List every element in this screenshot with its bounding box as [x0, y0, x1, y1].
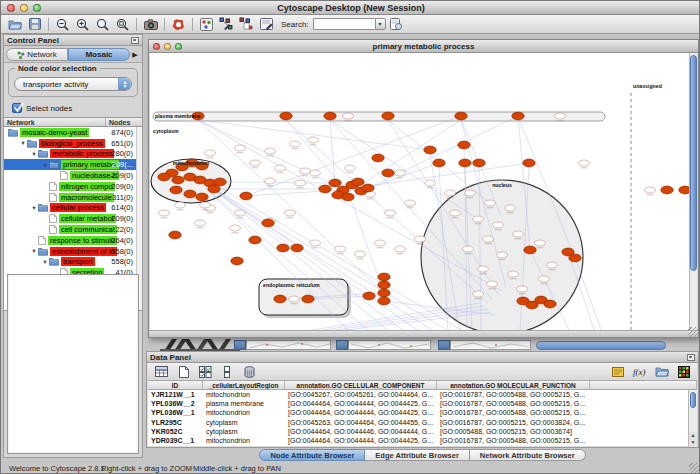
network-node[interactable]: [487, 281, 498, 287]
node-color-dropdown[interactable]: transporter activity ▲▼: [14, 77, 132, 91]
background-window-fragment[interactable]: [246, 340, 331, 350]
network-node[interactable]: [290, 141, 301, 147]
network-node[interactable]: [493, 222, 504, 228]
network-node[interactable]: [473, 159, 485, 167]
network-node[interactable]: [250, 160, 261, 166]
background-window-fragment[interactable]: [348, 340, 431, 350]
network-node[interactable]: [249, 236, 261, 244]
network-node[interactable]: [169, 231, 181, 239]
tree-row[interactable]: nitrogen compo209(0): [4, 181, 142, 192]
expander-open-icon[interactable]: ▼: [30, 205, 38, 211]
attribute-editor-icon[interactable]: [608, 363, 627, 380]
tree-row[interactable]: cellular metabol209(0): [4, 213, 142, 224]
network-node[interactable]: [473, 216, 484, 222]
network-node[interactable]: [424, 146, 436, 154]
network-node[interactable]: [329, 179, 341, 187]
network-node[interactable]: [512, 112, 524, 120]
network-node[interactable]: [352, 178, 364, 186]
network-node[interactable]: [295, 180, 306, 186]
tree-row[interactable]: ▼transport558(0): [4, 257, 142, 268]
table-scroll-arrows-icon[interactable]: ▲▼: [688, 432, 697, 446]
background-window-fragment[interactable]: [438, 340, 450, 350]
network-node[interactable]: [485, 200, 496, 206]
network-node[interactable]: [395, 246, 406, 252]
network-node[interactable]: [378, 273, 390, 281]
network-node[interactable]: [415, 236, 426, 242]
network-node[interactable]: [378, 297, 390, 305]
delete-attribute-icon[interactable]: [240, 363, 259, 380]
network-edge[interactable]: [348, 120, 461, 193]
network-node[interactable]: [275, 165, 286, 171]
expander-open-icon[interactable]: ▼: [30, 248, 38, 254]
search-input[interactable]: [313, 18, 375, 30]
network-node[interactable]: [308, 137, 319, 143]
snapshot-icon[interactable]: [141, 16, 160, 33]
formula-builder-icon[interactable]: f(x): [630, 363, 649, 380]
network-node[interactable]: [458, 141, 470, 149]
network-node[interactable]: [231, 257, 243, 265]
open-icon[interactable]: [5, 16, 24, 33]
network-node[interactable]: [517, 286, 528, 292]
network-node[interactable]: [433, 159, 445, 167]
birdseye-view-panel[interactable]: [7, 274, 139, 454]
network-node[interactable]: [375, 240, 386, 246]
network-node[interactable]: [158, 173, 170, 181]
network-node[interactable]: [544, 300, 556, 308]
column-header[interactable]: _cellularLayoutRegion: [203, 381, 285, 389]
tree-row[interactable]: response to stimulu264(0): [4, 235, 142, 246]
network-window-hscrollbar[interactable]: [536, 341, 666, 350]
background-window-fragment[interactable]: [336, 340, 348, 350]
network-node[interactable]: [385, 210, 396, 216]
network-node[interactable]: [497, 252, 508, 258]
tree-row[interactable]: ▼metabolic process280(0): [4, 149, 142, 160]
network-node[interactable]: [579, 160, 590, 166]
attribute-create-icon[interactable]: [174, 363, 193, 380]
network-node[interactable]: [262, 219, 274, 227]
table-row[interactable]: YPL036W__1mitochondrion[GO:0044464, GO:0…: [148, 408, 697, 417]
background-window-fragment[interactable]: [450, 340, 531, 350]
network-node[interactable]: [285, 210, 296, 216]
network-node[interactable]: [184, 190, 196, 198]
tree-row[interactable]: ▼biological_process651(0): [4, 138, 142, 149]
network-node[interactable]: [459, 159, 471, 167]
unselect-all-attributes-icon[interactable]: [218, 363, 237, 380]
network-node[interactable]: [382, 112, 394, 120]
column-header[interactable]: ID: [148, 381, 203, 389]
network-node[interactable]: [555, 113, 566, 119]
network-node[interactable]: [240, 192, 252, 200]
tab-mosaic[interactable]: Mosaic: [68, 48, 130, 61]
network-node[interactable]: [425, 180, 436, 186]
network-node[interactable]: [679, 186, 689, 194]
minimize-button[interactable]: [164, 43, 171, 50]
resize-grip-icon[interactable]: [688, 327, 698, 337]
close-button[interactable]: [153, 43, 160, 50]
more-tabs-arrow-icon[interactable]: ▶: [130, 51, 140, 59]
browser-tab-edge[interactable]: Edge Attribute Browser: [365, 449, 469, 461]
network-node[interactable]: [473, 291, 484, 297]
network-node[interactable]: [214, 178, 226, 186]
network-node[interactable]: [524, 246, 536, 254]
edit-network-icon-1[interactable]: [217, 16, 236, 33]
resize-grip-icon[interactable]: [689, 463, 700, 474]
vizmapper-icon[interactable]: [197, 16, 216, 33]
tree-row[interactable]: cell communicat22(0): [4, 224, 142, 235]
network-node[interactable]: [175, 202, 186, 208]
network-node[interactable]: [310, 240, 321, 246]
network-node[interactable]: [302, 295, 314, 303]
network-node[interactable]: [535, 240, 546, 246]
tab-network[interactable]: Network: [6, 48, 68, 61]
network-node[interactable]: [196, 193, 208, 201]
network-node[interactable]: [505, 205, 516, 211]
network-node[interactable]: [455, 112, 467, 120]
network-node[interactable]: [378, 289, 390, 297]
expander-open-icon[interactable]: ▼: [19, 140, 27, 146]
table-row[interactable]: YDR039C__1mitochondrion[GO:0044464, GO:0…: [148, 436, 697, 445]
network-node[interactable]: [235, 210, 246, 216]
network-node[interactable]: [300, 168, 311, 174]
column-header[interactable]: annotation.GO MOLECULAR_FUNCTION: [437, 381, 590, 389]
network-node[interactable]: [230, 225, 241, 231]
network-window-titlebar[interactable]: primary metabolic process: [149, 40, 698, 53]
expander-open-icon[interactable]: ▼: [41, 259, 49, 265]
network-node[interactable]: [513, 231, 524, 237]
tree-row[interactable]: macromolecule311(0): [4, 192, 142, 203]
